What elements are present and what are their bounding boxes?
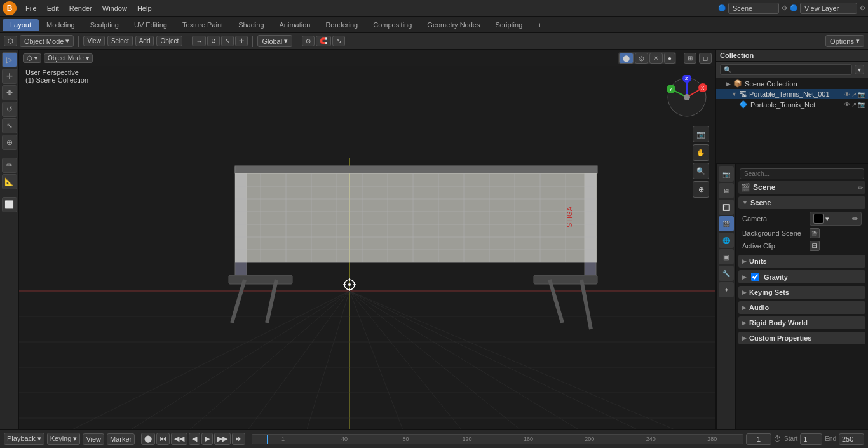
select-tool[interactable]: ▷ — [2, 52, 17, 67]
transform-gizmo-btn[interactable]: ⊕ — [693, 181, 709, 198]
hand-btn[interactable]: ✋ — [693, 144, 709, 161]
wireframe-btn[interactable]: ◎ — [635, 53, 648, 64]
view-layer-properties-icon[interactable]: 🔳 — [719, 200, 734, 215]
view-dropdown[interactable]: View — [83, 433, 104, 445]
scale-tool[interactable]: ⤡ — [2, 118, 17, 133]
zoom-btn[interactable]: 🔍 — [693, 163, 709, 179]
prev-frame-btn[interactable]: ◀ — [189, 433, 200, 445]
rendered-btn[interactable]: ☀ — [649, 53, 663, 64]
proportional-btn[interactable]: ⊙ — [302, 36, 315, 46]
cursor-tool[interactable]: ✛ — [2, 69, 17, 84]
mode-dropdown[interactable]: Object Mode▾ — [20, 35, 74, 47]
tab-animation[interactable]: Animation — [272, 19, 318, 31]
tab-compositing[interactable]: Compositing — [365, 19, 419, 31]
scene-name-input[interactable] — [728, 3, 779, 14]
gravity-section-header[interactable]: ▶ Gravity — [738, 270, 865, 283]
mesh-eye-icon[interactable]: 👁 — [844, 101, 850, 108]
custom-props-header[interactable]: ▶ Custom Properties — [738, 332, 865, 344]
overlays-btn[interactable]: ⊞ — [684, 53, 696, 64]
end-frame-input[interactable] — [839, 433, 864, 445]
transform-tool[interactable]: ⊕ — [2, 135, 17, 150]
output-properties-icon[interactable]: 🖥 — [719, 183, 734, 198]
tab-scripting[interactable]: Scripting — [487, 19, 530, 31]
tab-sculpting[interactable]: Sculpting — [83, 19, 126, 31]
tab-layout[interactable]: Layout — [3, 19, 39, 31]
playback-dropdown[interactable]: Playback ▾ — [4, 433, 44, 445]
menu-window[interactable]: Window — [97, 3, 132, 13]
camera-edit-icon[interactable]: ✏ — [852, 215, 858, 223]
marker-dropdown[interactable]: Marker — [107, 433, 135, 445]
move-tool[interactable]: ✥ — [2, 85, 17, 100]
menu-help[interactable]: Help — [132, 3, 157, 13]
scene-properties-icon[interactable]: 🎬 — [719, 216, 734, 231]
keying-dropdown[interactable]: Keying ▾ — [47, 433, 81, 445]
outliner-item-net-mesh[interactable]: 🔷 Portable_Tennis_Net 👁 ↗ 📷 — [716, 99, 868, 110]
cursor-icon[interactable]: ↗ — [851, 91, 857, 98]
mesh-cursor-icon[interactable]: ↗ — [851, 101, 857, 108]
snap-btn[interactable]: 🧲 — [316, 36, 331, 46]
units-section-header[interactable]: ▶ Units — [738, 255, 865, 268]
add-menu[interactable]: Add — [135, 36, 154, 46]
viewport-mode-dropdown[interactable]: ⬡▾ — [23, 53, 41, 63]
first-frame-btn[interactable]: ⏮ — [156, 433, 170, 445]
outliner-item-scene-collection[interactable]: ▶ 📦 Scene Collection — [716, 78, 868, 89]
transform-dropdown[interactable]: Global▾ — [257, 35, 292, 47]
viewport[interactable]: STIGA ⬡▾ — [19, 50, 715, 429]
menu-edit[interactable]: Edit — [42, 3, 64, 13]
scene-properties-edit-icon[interactable]: ✏ — [858, 184, 863, 191]
scene-section-header[interactable]: ▼ Scene — [738, 196, 865, 209]
viewport-shading-dropdown[interactable]: Object Mode▾ — [44, 53, 93, 63]
material-btn[interactable]: ● — [664, 53, 675, 64]
outliner-filter-btn[interactable]: ▾ — [855, 65, 864, 74]
keying-sets-header[interactable]: ▶ Keying Sets — [738, 286, 865, 299]
start-frame-input[interactable] — [800, 433, 822, 445]
play-btn[interactable]: ▶ — [201, 433, 213, 445]
annotate-tool[interactable]: ✏ — [2, 158, 17, 173]
transform-icon[interactable]: ✛ — [235, 36, 248, 46]
timeline-scrubber[interactable]: 1 40 80 120 160 200 240 280 — [252, 434, 743, 444]
render-icon[interactable]: 📷 — [858, 91, 865, 98]
tab-rendering[interactable]: Rendering — [318, 19, 365, 31]
tab-add[interactable]: + — [530, 19, 549, 31]
camera-view-btn[interactable]: 📷 — [693, 126, 709, 142]
select-menu[interactable]: Select — [107, 36, 133, 46]
add-cube-tool[interactable]: ⬜ — [2, 197, 17, 212]
rotate-tool[interactable]: ↺ — [2, 102, 17, 117]
prev-keyframe-btn[interactable]: ◀◀ — [171, 433, 187, 445]
outliner-item-net-001[interactable]: ▼ 🏗 Portable_Tennis_Net_001 👁 ↗ 📷 — [716, 89, 868, 99]
tab-geometry-nodes[interactable]: Geometry Nodes — [419, 19, 487, 31]
move-icon[interactable]: ↔ — [192, 36, 206, 46]
particles-properties-icon[interactable]: ✦ — [719, 282, 734, 297]
view-menu[interactable]: View — [83, 36, 105, 46]
xray-btn[interactable]: ◻ — [699, 53, 712, 64]
tab-shading[interactable]: Shading — [231, 19, 271, 31]
solid-shading-btn[interactable]: ⬤ — [619, 53, 634, 64]
menu-file[interactable]: File — [20, 3, 42, 13]
scale-icon[interactable]: ⤡ — [221, 36, 234, 46]
options-dropdown[interactable]: Options▾ — [825, 35, 864, 47]
properties-search-input[interactable] — [740, 168, 864, 179]
object-properties-icon[interactable]: ▣ — [719, 249, 734, 264]
tab-modeling[interactable]: Modeling — [39, 19, 83, 31]
view-layer-input[interactable] — [800, 3, 857, 14]
nav-gizmo[interactable]: X Y Z — [665, 75, 709, 119]
gravity-checkbox[interactable] — [751, 273, 759, 281]
object-menu[interactable]: Object — [156, 36, 182, 46]
current-frame-input[interactable] — [746, 433, 771, 445]
falloff-btn[interactable]: ∿ — [332, 36, 345, 46]
modifier-properties-icon[interactable]: 🔧 — [719, 266, 734, 281]
rigid-body-header[interactable]: ▶ Rigid Body World — [738, 316, 865, 329]
camera-value[interactable]: ▾ ✏ — [810, 212, 862, 226]
stop-btn[interactable]: ⬤ — [141, 433, 155, 445]
last-frame-btn[interactable]: ⏭ — [232, 433, 245, 445]
rotate-icon[interactable]: ↺ — [207, 36, 220, 46]
measure-tool[interactable]: 📐 — [2, 174, 17, 189]
next-frame-btn[interactable]: ▶▶ — [214, 433, 231, 445]
world-properties-icon[interactable]: 🌐 — [719, 233, 734, 248]
bg-scene-icon-btn[interactable]: 🎬 — [810, 228, 820, 238]
tab-uv-editing[interactable]: UV Editing — [126, 19, 175, 31]
tab-texture-paint[interactable]: Texture Paint — [175, 19, 231, 31]
active-clip-icon-btn[interactable]: 🎞 — [810, 241, 820, 251]
mesh-render-icon[interactable]: 📷 — [858, 101, 865, 108]
eye-icon[interactable]: 👁 — [844, 91, 850, 98]
